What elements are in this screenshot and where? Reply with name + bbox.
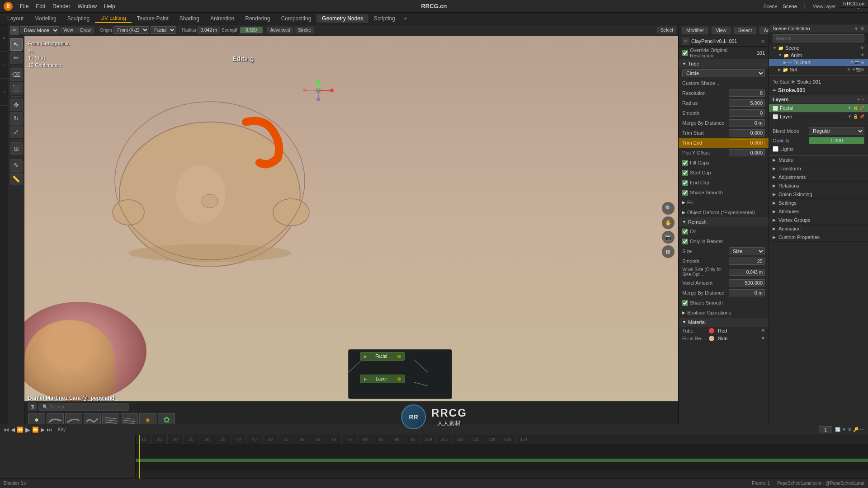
view-btn[interactable]: View bbox=[60, 27, 76, 33]
tab-layout[interactable]: Layout bbox=[2, 14, 29, 23]
stroke-btn[interactable]: Stroke bbox=[295, 27, 314, 33]
outliner-search-input[interactable] bbox=[773, 34, 864, 42]
facial-pin-icon[interactable]: 📌 bbox=[859, 106, 864, 110]
jump-start-btn[interactable]: ⏮ bbox=[4, 427, 9, 433]
tab-scripting[interactable]: Scripting bbox=[368, 14, 401, 23]
facial-lock-icon[interactable]: 🔓 bbox=[853, 106, 858, 110]
tab-animation[interactable]: Animation bbox=[205, 14, 240, 23]
tool-scale[interactable]: ⤢ bbox=[10, 126, 23, 138]
layer-lock-icon[interactable]: 🔓 bbox=[853, 114, 858, 119]
search-bar[interactable]: 🔍 Search bbox=[38, 403, 129, 411]
voxel-size-value[interactable]: 0.043 m bbox=[729, 269, 765, 276]
properties-scroll[interactable]: Override Original Resolution 101 ▼ Tube … bbox=[679, 47, 769, 424]
tab-compositing[interactable]: Compositing bbox=[276, 14, 317, 23]
smooth-value[interactable]: 0 bbox=[729, 109, 765, 117]
hand-btn[interactable]: ✋ bbox=[662, 216, 675, 229]
tool-measure[interactable]: 📏 bbox=[10, 173, 23, 185]
section-adjustments[interactable]: ▶ Adjustments bbox=[769, 173, 868, 182]
select-btn[interactable]: Select bbox=[657, 27, 676, 33]
set-vis-icon[interactable]: 👁 bbox=[847, 67, 851, 72]
tool-draw[interactable]: ✏ bbox=[10, 52, 23, 64]
end-cap-checkbox[interactable] bbox=[682, 180, 688, 186]
section-attributes[interactable]: ▶ Attributes bbox=[769, 207, 868, 216]
mode-icon[interactable]: ✏ bbox=[10, 26, 19, 35]
jump-forward-btn[interactable]: ⏩ bbox=[32, 427, 39, 433]
section-onion-skinning[interactable]: ▶ Onion Skinning bbox=[769, 190, 868, 199]
frame-number-box[interactable]: 1 bbox=[819, 426, 832, 433]
camera-btn[interactable]: 📷 bbox=[662, 231, 675, 244]
voxel-amount-value[interactable]: 500.000 bbox=[729, 279, 765, 286]
shade-smooth2-checkbox[interactable] bbox=[682, 300, 688, 306]
tab-uv-editing[interactable]: UV Editing bbox=[95, 14, 132, 23]
outliner-filter-icon[interactable]: ▼ bbox=[854, 26, 859, 31]
section-custom-properties[interactable]: ▶ Custom Properties bbox=[769, 233, 868, 242]
tab-geometry-nodes[interactable]: Geometry Nodes bbox=[316, 14, 368, 23]
view-toggle[interactable]: ⊞ bbox=[28, 403, 37, 411]
set-tree-item[interactable]: ▶ 📁 Set 👁 👁📷⊕ bbox=[769, 66, 868, 73]
fill-caps-checkbox[interactable] bbox=[682, 160, 688, 166]
pos-y-value[interactable]: 0.000 bbox=[729, 149, 765, 156]
draw-btn[interactable]: Draw bbox=[77, 27, 94, 33]
brush-4[interactable] bbox=[102, 413, 119, 424]
menu-help[interactable]: Help bbox=[100, 2, 119, 10]
anim-tree-item[interactable]: ▼ 📁 Anim 👁 bbox=[769, 52, 868, 59]
facial-layer-item[interactable]: ⬜ Facial 👁 🔓 📌 bbox=[769, 104, 868, 113]
prev-frame-btn[interactable]: ◀ bbox=[11, 427, 15, 433]
view-direction-select[interactable]: Front (X-Z) bbox=[113, 26, 149, 34]
menu-window[interactable]: Window bbox=[74, 2, 100, 10]
timeline-sync-icon[interactable]: 🔄 bbox=[835, 427, 840, 432]
start-cap-checkbox[interactable] bbox=[682, 170, 688, 176]
brush-0[interactable]: ● bbox=[28, 413, 45, 424]
brush-7[interactable]: ✿ bbox=[158, 413, 175, 424]
tube-section-header[interactable]: ▼ Tube bbox=[679, 59, 769, 68]
add-workspace-tab[interactable]: + bbox=[401, 15, 410, 22]
advanced-btn[interactable]: Advanced bbox=[267, 27, 293, 33]
section-settings[interactable]: ▶ Settings bbox=[769, 199, 868, 207]
brush-1[interactable] bbox=[47, 413, 64, 424]
panel-icon-view[interactable]: V bbox=[0, 79, 8, 106]
tool-eraser[interactable]: ⌫ bbox=[10, 68, 23, 81]
trim-start-value[interactable]: 0.000 bbox=[729, 129, 765, 136]
blender-logo[interactable]: B bbox=[4, 2, 13, 11]
outliner-settings-icon[interactable]: ⚙ bbox=[860, 26, 864, 31]
merge-dist-value[interactable]: 0 m bbox=[729, 119, 765, 127]
layers-add-icon[interactable]: + bbox=[857, 97, 860, 102]
layer-layer-item[interactable]: ⬜ Layer 👁 🔓 📌 bbox=[769, 113, 868, 121]
menu-edit[interactable]: Edit bbox=[32, 2, 49, 10]
tool-cursor[interactable]: ↖ bbox=[10, 38, 23, 51]
material-section-header[interactable]: ▼ Material bbox=[679, 318, 769, 327]
add-btn-gp[interactable]: Add bbox=[760, 27, 769, 34]
size-dropdown[interactable]: Size bbox=[729, 247, 765, 255]
override-res-checkbox[interactable] bbox=[682, 50, 688, 56]
layer-pin-icon[interactable]: 📌 bbox=[859, 114, 864, 119]
section-animation[interactable]: ▶ Animation bbox=[769, 225, 868, 233]
tool-transform[interactable]: ⊞ bbox=[10, 142, 23, 155]
blend-mode-select[interactable]: Regular bbox=[809, 127, 864, 135]
anim-vis-icon[interactable]: 👁 bbox=[860, 53, 864, 57]
tab-sculpting[interactable]: Sculpting bbox=[62, 14, 95, 23]
section-vertex-groups[interactable]: ▶ Vertex Groups bbox=[769, 216, 868, 225]
tool-rotate[interactable]: ↻ bbox=[10, 112, 23, 125]
section-transform[interactable]: ▶ Transform bbox=[769, 164, 868, 173]
scene-vis-icon[interactable]: 👁 bbox=[860, 46, 864, 50]
tab-texture-paint[interactable]: Texture Paint bbox=[132, 14, 174, 23]
play-btn[interactable]: ▶ bbox=[25, 426, 30, 433]
grid-btn[interactable]: ⊞ bbox=[662, 245, 675, 258]
jump-end-btn[interactable]: ⏭ bbox=[47, 427, 52, 433]
brush-3[interactable] bbox=[84, 413, 101, 424]
facial-node[interactable]: ▶ Facial bbox=[360, 352, 405, 361]
tube-shape-dropdown[interactable]: Circle bbox=[682, 69, 765, 77]
zoom-in-btn[interactable]: 🔍 bbox=[662, 202, 675, 215]
lights-checkbox[interactable] bbox=[773, 146, 778, 152]
only-render-checkbox[interactable] bbox=[682, 239, 688, 244]
timeline-filter-icon[interactable]: ▼ bbox=[842, 427, 846, 432]
remesh-header[interactable]: ▼ Remesh bbox=[679, 217, 769, 226]
modifier-btn[interactable]: Modifier bbox=[682, 27, 708, 34]
opacity-value[interactable]: 1.000 bbox=[809, 137, 864, 144]
tool-move[interactable]: ✥ bbox=[10, 99, 23, 111]
timeline-settings-icon[interactable]: ⚙ bbox=[848, 427, 852, 432]
timeline-key-icon[interactable]: 🔑 bbox=[853, 427, 859, 432]
radius-value[interactable]: 0.042 m bbox=[198, 27, 220, 33]
timeline-more-icon[interactable]: ⋯ bbox=[860, 427, 864, 432]
view-btn-gp[interactable]: View bbox=[712, 27, 731, 34]
